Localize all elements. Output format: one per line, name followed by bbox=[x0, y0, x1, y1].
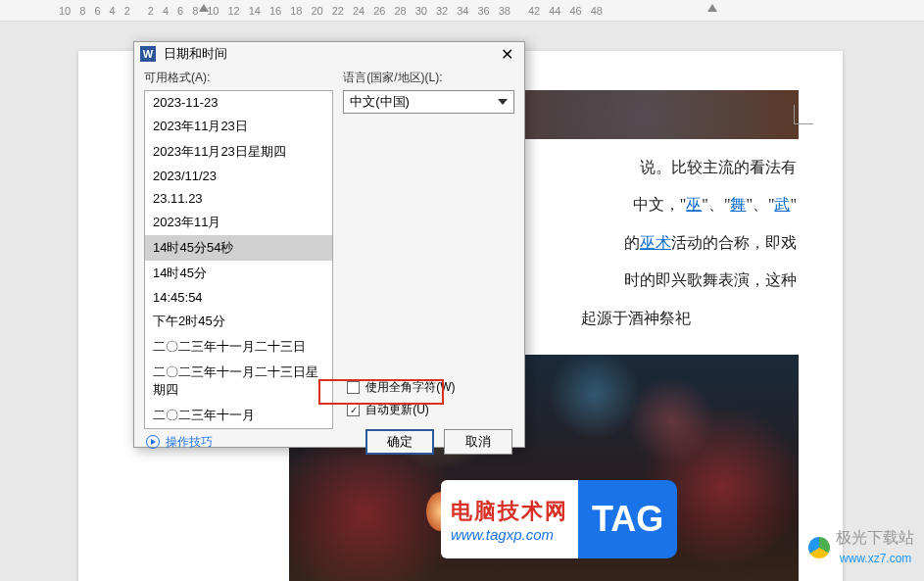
ruler-tick: 24 bbox=[353, 5, 365, 17]
ruler-tick: 28 bbox=[395, 5, 407, 17]
ruler-tick: 4 bbox=[110, 5, 116, 17]
chevron-down-icon bbox=[498, 99, 508, 105]
format-option[interactable]: 二〇二三年十一月二十三日 bbox=[145, 334, 332, 360]
format-option[interactable]: 14时45分54秒 bbox=[145, 235, 332, 261]
badge-tag: TAG bbox=[578, 480, 677, 558]
ruler-tick: 36 bbox=[478, 5, 490, 17]
format-option[interactable]: 下午2时45分 bbox=[145, 309, 332, 334]
text-line-4: 时的即兴歌舞表演，这种 bbox=[624, 271, 797, 288]
fullwidth-checkbox[interactable] bbox=[347, 381, 360, 394]
ruler-tick: 14 bbox=[249, 5, 261, 17]
format-option[interactable]: 14:45:54 bbox=[145, 286, 332, 309]
language-select[interactable]: 中文(中国) bbox=[343, 90, 514, 114]
link-wu2[interactable]: 舞 bbox=[730, 196, 746, 213]
ruler-tick: 42 bbox=[528, 5, 540, 17]
text-line-5: 起源于酒神祭祀 bbox=[581, 310, 691, 326]
ruler-tick: 6 bbox=[177, 5, 183, 17]
ruler-tick: 22 bbox=[332, 5, 344, 17]
ruler-tick: 18 bbox=[290, 5, 302, 17]
play-icon bbox=[146, 435, 160, 449]
autoupdate-checkbox[interactable]: ✓ bbox=[347, 404, 360, 416]
dialog-titlebar[interactable]: W 日期和时间 ✕ bbox=[134, 42, 524, 66]
ruler-indent-left[interactable] bbox=[199, 4, 209, 12]
ruler-tick: 12 bbox=[228, 5, 240, 17]
cancel-button[interactable]: 取消 bbox=[444, 429, 512, 455]
badge-site-name: 电脑技术网 bbox=[451, 497, 568, 526]
ruler-tick: 32 bbox=[436, 5, 448, 17]
format-option[interactable]: 23.11.23 bbox=[145, 187, 332, 210]
ruler-tick: 2 bbox=[124, 5, 130, 17]
ok-button[interactable]: 确定 bbox=[365, 429, 434, 455]
autoupdate-checkbox-row[interactable]: ✓ 自动更新(U) bbox=[343, 399, 514, 421]
format-option[interactable]: 二〇二三年十一月 bbox=[145, 403, 332, 428]
formats-label: 可用格式(A): bbox=[144, 70, 333, 86]
ruler-tick: 26 bbox=[373, 5, 385, 17]
ruler-tick: 34 bbox=[457, 5, 468, 17]
format-option[interactable]: 2023年11月23日 bbox=[145, 114, 332, 139]
horizontal-ruler: 1086422468101214161820222426283032343638… bbox=[0, 0, 924, 22]
format-listbox[interactable]: 2023-11-232023年11月23日2023年11月23日星期四2023/… bbox=[144, 90, 333, 429]
format-option[interactable]: 2023-11-23 bbox=[145, 91, 332, 114]
corner-watermark: 极光下载站 www.xz7.com bbox=[808, 528, 914, 566]
format-option[interactable]: 2023年11月23日星期四 bbox=[145, 139, 332, 165]
ruler-tick: 8 bbox=[192, 5, 198, 17]
fullwidth-label: 使用全角字符(W) bbox=[365, 379, 455, 396]
link-wu1[interactable]: 巫 bbox=[686, 196, 702, 213]
link-wushu[interactable]: 巫术 bbox=[640, 234, 671, 251]
ruler-tick: 10 bbox=[59, 5, 71, 17]
app-icon: W bbox=[140, 46, 156, 62]
dialog-title-text: 日期和时间 bbox=[164, 45, 227, 63]
watermark-logo-icon bbox=[808, 537, 830, 558]
ruler-tick: 6 bbox=[94, 5, 100, 17]
ruler-tick: 10 bbox=[207, 5, 219, 17]
ruler-tick: 16 bbox=[269, 5, 281, 17]
ruler-tick: 44 bbox=[549, 5, 560, 17]
text-line-1: 说。比较主流的看法有 bbox=[640, 159, 797, 175]
autoupdate-label: 自动更新(U) bbox=[365, 402, 429, 418]
ruler-tick: 20 bbox=[312, 5, 323, 17]
ruler-indent-right[interactable] bbox=[707, 4, 717, 12]
format-option[interactable]: 二〇二三年十一月二十三日星期四 bbox=[145, 360, 332, 403]
badge-site-url: www.tagxp.com bbox=[451, 526, 568, 543]
ruler-tick: 48 bbox=[591, 5, 603, 17]
watermark-badge: 电脑技术网 www.tagxp.com TAG bbox=[441, 480, 735, 558]
ruler-tick: 46 bbox=[570, 5, 582, 17]
ruler-tick: 2 bbox=[148, 5, 154, 17]
fullwidth-checkbox-row[interactable]: 使用全角字符(W) bbox=[343, 376, 514, 399]
date-time-dialog: W 日期和时间 ✕ 可用格式(A): 2023-11-232023年11月23日… bbox=[133, 41, 525, 448]
page-corner-mark bbox=[794, 105, 813, 124]
language-value: 中文(中国) bbox=[350, 93, 410, 111]
format-option[interactable]: 14时45分 bbox=[145, 261, 332, 286]
ruler-tick: 38 bbox=[499, 5, 511, 17]
tips-link[interactable]: 操作技巧 bbox=[146, 434, 213, 451]
ruler-tick: 4 bbox=[163, 5, 169, 17]
ruler-tick: 8 bbox=[79, 5, 85, 17]
ruler-tick: 30 bbox=[415, 5, 427, 17]
link-wu3[interactable]: 武 bbox=[774, 196, 790, 213]
format-option[interactable]: 2023/11/23 bbox=[145, 165, 332, 187]
close-button[interactable]: ✕ bbox=[495, 42, 518, 66]
language-label: 语言(国家/地区)(L): bbox=[343, 70, 514, 86]
format-option[interactable]: 2023年11月 bbox=[145, 210, 332, 235]
